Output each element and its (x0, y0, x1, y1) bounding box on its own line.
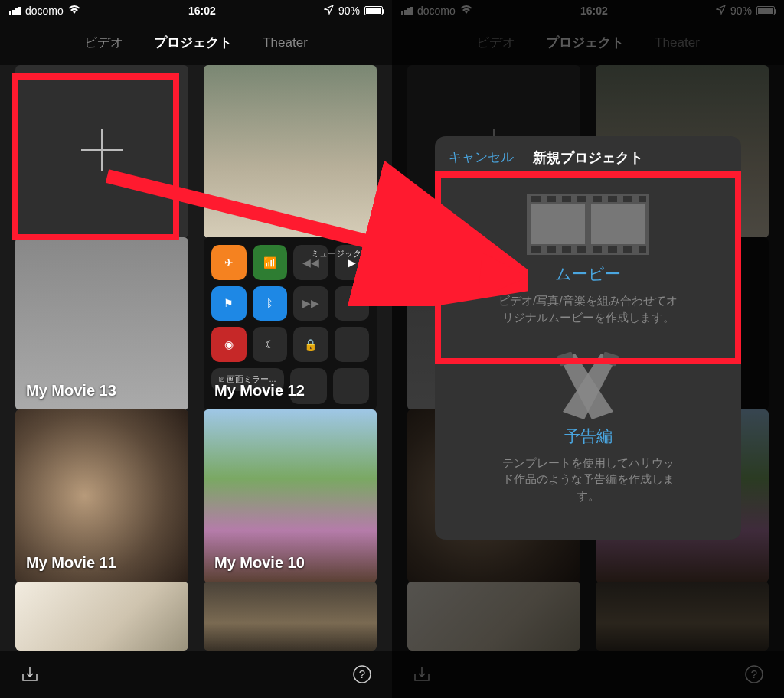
tab-video[interactable]: ビデオ (84, 34, 123, 51)
battery-pct-label: 90% (338, 5, 360, 17)
bluetooth-icon: ᛒ (253, 286, 288, 321)
cc-music-label: ミュージック (311, 248, 361, 259)
battery-icon (364, 6, 383, 15)
project-tile-10[interactable]: My Movie 10 (204, 409, 377, 582)
location-icon (324, 5, 334, 17)
option-movie[interactable]: ムービー ビデオ/写真/音楽を組み合わせてオ リジナルムービーを作成します。 (435, 181, 741, 343)
new-project-modal: キャンセル 新規プロジェクト ムービー ビデオ/写真/ (435, 136, 741, 540)
cellular-icon: 📶 (253, 245, 288, 280)
carrier-label: docomo (25, 5, 64, 17)
new-project-tile[interactable] (15, 65, 188, 238)
location-icon (716, 5, 726, 17)
bottom-toolbar: ? (392, 651, 784, 698)
help-button[interactable]: ? (349, 661, 375, 687)
svg-rect-9 (531, 204, 585, 244)
spacer (335, 327, 370, 362)
project-tile-13[interactable]: My Movie 13 (15, 237, 188, 410)
svg-rect-14 (577, 196, 586, 202)
lock-icon: 🔒 (293, 327, 328, 362)
wifi-toggle-icon: ⚑ (211, 286, 247, 321)
project-thumbnail (15, 582, 188, 651)
option-movie-desc: ビデオ/写真/音楽を組み合わせてオ リジナルムービーを作成します。 (458, 292, 718, 326)
svg-rect-12 (547, 196, 556, 202)
top-tabs: ビデオ プロジェクト Theater (392, 21, 784, 65)
carrier-label: docomo (417, 5, 456, 17)
spotlights-icon (458, 352, 718, 421)
svg-rect-25 (623, 246, 632, 253)
spacer (333, 368, 370, 405)
phone-left: docomo 16:02 90% ビデオ プロジェクト Theater (0, 0, 392, 698)
help-button[interactable]: ? (741, 661, 767, 687)
svg-rect-22 (577, 246, 586, 253)
svg-rect-11 (531, 196, 541, 202)
clock-label: 16:02 (580, 5, 608, 17)
tab-project[interactable]: プロジェクト (546, 34, 624, 51)
battery-pct-label: 90% (730, 5, 752, 17)
music-next-icon: ▶▶ (293, 286, 328, 321)
svg-rect-16 (608, 196, 617, 202)
tab-project[interactable]: プロジェクト (154, 34, 232, 51)
project-thumbnail (204, 65, 377, 238)
dnd-icon: ☾ (253, 327, 288, 362)
project-title-label: My Movie 11 (26, 554, 116, 572)
svg-rect-24 (608, 246, 617, 253)
record-icon: ◉ (211, 327, 247, 362)
status-bar: docomo 16:02 90% (0, 0, 392, 21)
option-trailer[interactable]: 予告編 テンプレートを使用してハリウッ ド作品のような予告編を作成しま す。 (435, 343, 741, 521)
tab-theater[interactable]: Theater (655, 35, 700, 51)
project-tile (596, 582, 769, 651)
svg-rect-15 (593, 196, 602, 202)
wifi-icon (460, 5, 472, 17)
option-trailer-desc: テンプレートを使用してハリウッ ド作品のような予告編を作成しま す。 (458, 455, 718, 504)
project-tile[interactable] (15, 582, 188, 651)
battery-icon (756, 6, 775, 15)
project-tile[interactable] (204, 582, 377, 651)
option-trailer-title: 予告編 (458, 426, 718, 447)
svg-rect-19 (531, 246, 541, 253)
svg-text:?: ? (751, 667, 757, 680)
tab-theater[interactable]: Theater (263, 35, 308, 51)
project-tile (407, 582, 580, 651)
project-tile-12[interactable]: ミュージック ✈ 📶 ◀◀ ▶ ⚑ ᛒ ▶▶ (204, 237, 377, 410)
svg-rect-10 (591, 204, 645, 244)
signal-icon (401, 7, 413, 15)
svg-rect-21 (562, 246, 571, 253)
wifi-icon (68, 5, 80, 17)
project-tile[interactable] (204, 65, 377, 238)
spacer (335, 286, 370, 321)
airplane-icon: ✈ (211, 245, 247, 280)
svg-rect-26 (639, 246, 646, 253)
bottom-toolbar: ? (0, 651, 392, 698)
project-tile-11[interactable]: My Movie 11 (15, 409, 188, 582)
clock-label: 16:02 (188, 5, 216, 17)
project-grid: My Movie 13 ミュージック ✈ 📶 ◀◀ ▶ ⚑ (0, 65, 392, 651)
signal-icon (9, 7, 21, 15)
project-title-label: My Movie 12 (214, 382, 305, 400)
tab-video[interactable]: ビデオ (476, 34, 515, 51)
filmstrip-icon (458, 190, 718, 259)
project-thumbnail (204, 582, 377, 651)
project-title-label: My Movie 10 (214, 554, 305, 572)
svg-rect-23 (593, 246, 602, 253)
cancel-button[interactable]: キャンセル (449, 148, 514, 166)
phone-right: docomo 16:02 90% ビデオ プロジェクト Theater (392, 0, 784, 698)
svg-rect-18 (639, 196, 646, 202)
svg-rect-17 (623, 196, 632, 202)
option-movie-title: ムービー (458, 263, 718, 285)
project-title-label: My Movie 13 (26, 382, 116, 400)
svg-rect-20 (547, 246, 556, 253)
top-tabs: ビデオ プロジェクト Theater (0, 21, 392, 65)
plus-icon (75, 123, 129, 180)
import-button[interactable] (409, 661, 435, 687)
svg-rect-13 (562, 196, 571, 202)
svg-text:?: ? (359, 667, 365, 680)
import-button[interactable] (17, 661, 43, 687)
tutorial-composite: docomo 16:02 90% ビデオ プロジェクト Theater (0, 0, 784, 698)
status-bar: docomo 16:02 90% (392, 0, 784, 21)
